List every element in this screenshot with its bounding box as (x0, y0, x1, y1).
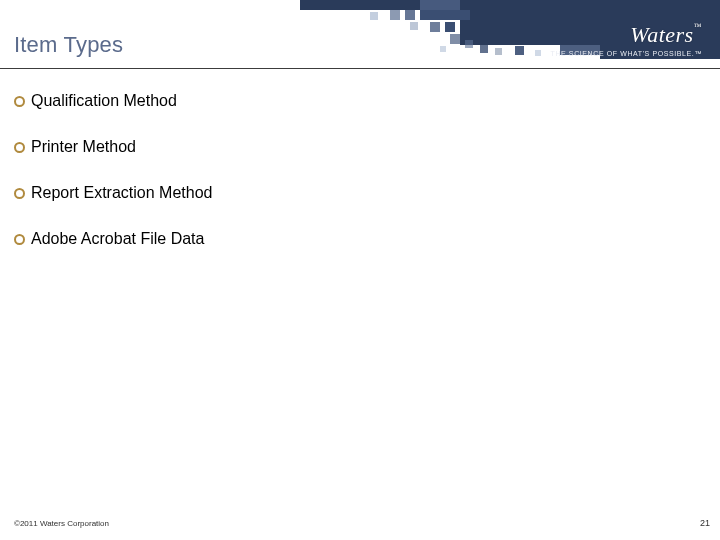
header-underline (0, 68, 720, 69)
copyright: ©2011 Waters Corporation (14, 519, 109, 528)
logo-tagline: THE SCIENCE OF WHAT'S POSSIBLE.™ (551, 50, 702, 57)
item-label: Printer Method (31, 138, 136, 156)
list-item: Adobe Acrobat File Data (14, 230, 212, 248)
slide: Item Types Waters™ THE SCIENCE OF WHAT'S… (0, 0, 720, 540)
content-list: Qualification Method Printer Method Repo… (14, 92, 212, 276)
page-number: 21 (700, 518, 710, 528)
header-band: Item Types Waters™ THE SCIENCE OF WHAT'S… (0, 0, 720, 72)
brand-logo: Waters™ THE SCIENCE OF WHAT'S POSSIBLE.™ (551, 22, 702, 57)
list-item: Report Extraction Method (14, 184, 212, 202)
page-title: Item Types (14, 32, 123, 58)
bullet-icon (14, 188, 25, 199)
bullet-icon (14, 234, 25, 245)
bullet-icon (14, 142, 25, 153)
item-label: Adobe Acrobat File Data (31, 230, 204, 248)
logo-name: Waters (630, 22, 693, 47)
logo-text: Waters™ (551, 22, 702, 48)
item-label: Qualification Method (31, 92, 177, 110)
bullet-icon (14, 96, 25, 107)
list-item: Printer Method (14, 138, 212, 156)
item-label: Report Extraction Method (31, 184, 212, 202)
logo-tm: ™ (694, 22, 702, 31)
list-item: Qualification Method (14, 92, 212, 110)
